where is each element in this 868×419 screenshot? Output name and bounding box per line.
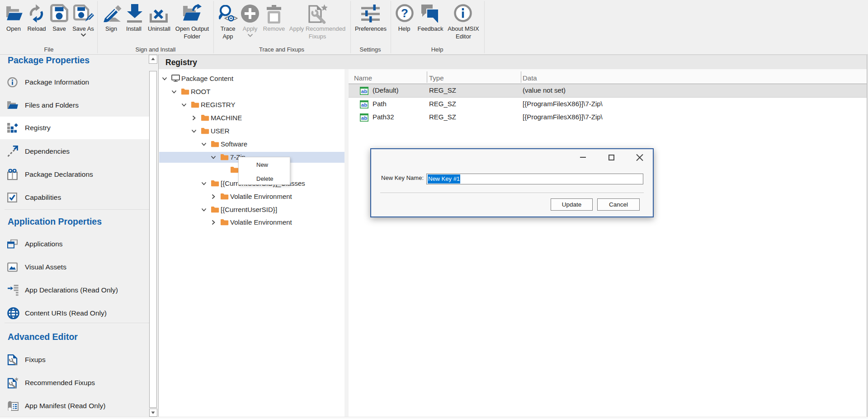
svg-text:ab: ab bbox=[361, 115, 367, 121]
svg-text:ab: ab bbox=[361, 102, 367, 108]
svg-text:ab: ab bbox=[361, 89, 367, 94]
svg-text:?: ? bbox=[401, 6, 408, 20]
